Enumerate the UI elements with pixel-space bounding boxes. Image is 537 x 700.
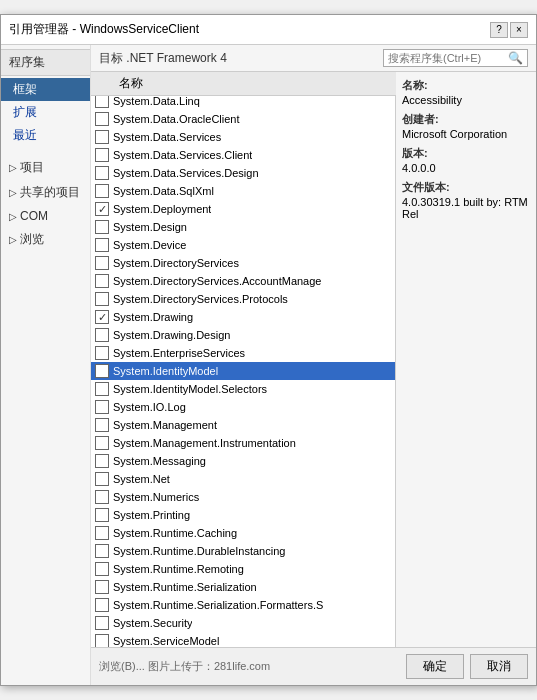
assembly-checkbox[interactable] — [95, 598, 109, 612]
assembly-list-item[interactable]: System.Runtime.Remoting — [91, 560, 395, 578]
assembly-checkbox[interactable] — [95, 562, 109, 576]
target-framework-label: 目标 .NET Framework 4 — [99, 50, 227, 67]
assembly-checkbox[interactable] — [95, 346, 109, 360]
assembly-list-item[interactable]: System.Management — [91, 416, 395, 434]
assembly-checkbox[interactable] — [95, 634, 109, 647]
sidebar-section-header: 程序集 — [1, 49, 90, 76]
assembly-list-item[interactable]: System.DirectoryServices.AccountManage — [91, 272, 395, 290]
assembly-list-item[interactable]: System.Management.Instrumentation — [91, 434, 395, 452]
assembly-checkbox[interactable] — [95, 508, 109, 522]
assembly-list-item[interactable]: System.Device — [91, 236, 395, 254]
assembly-list-item[interactable]: System.Messaging — [91, 452, 395, 470]
assembly-checkbox[interactable] — [95, 256, 109, 270]
assembly-name-label: System.Drawing.Design — [113, 329, 230, 341]
assembly-list-item[interactable]: System.Numerics — [91, 488, 395, 506]
assembly-checkbox[interactable] — [95, 220, 109, 234]
assembly-name-label: System.IdentityModel.Selectors — [113, 383, 267, 395]
cancel-button[interactable]: 取消 — [470, 654, 528, 679]
assembly-list-item[interactable]: System.Printing — [91, 506, 395, 524]
assembly-checkbox[interactable] — [95, 292, 109, 306]
assembly-list-item[interactable]: System.Runtime.DurableInstancing — [91, 542, 395, 560]
assembly-checkbox[interactable] — [95, 184, 109, 198]
assembly-list-item[interactable]: System.Data.Services.Design — [91, 164, 395, 182]
assembly-name-label: System.Design — [113, 221, 187, 233]
assembly-checkbox[interactable] — [95, 166, 109, 180]
assembly-list-item[interactable]: System.EnterpriseServices — [91, 344, 395, 362]
assembly-name-label: System.IdentityModel — [113, 365, 218, 377]
assembly-list-item[interactable]: System.Runtime.Serialization — [91, 578, 395, 596]
assembly-list-item[interactable]: System.Data.Linq — [91, 96, 395, 110]
assembly-list-item[interactable]: System.IdentityModel.Selectors — [91, 380, 395, 398]
assembly-name-label: System.Management.Instrumentation — [113, 437, 296, 449]
top-bar: 目标 .NET Framework 4 🔍 — [91, 45, 536, 72]
assembly-checkbox[interactable] — [95, 96, 109, 108]
assembly-checkbox[interactable] — [95, 436, 109, 450]
assembly-list-item[interactable]: System.Data.Services — [91, 128, 395, 146]
assembly-checkbox[interactable] — [95, 616, 109, 630]
assembly-name-label: System.EnterpriseServices — [113, 347, 245, 359]
assembly-checkbox[interactable] — [95, 418, 109, 432]
assembly-list-item[interactable]: System.IdentityModel — [91, 362, 395, 380]
sidebar-item-zuijin[interactable]: 最近 — [1, 124, 90, 147]
main-content: 程序集 框架 扩展 最近 ▷ 项目 ▷ 共享的项目 ▷ — [1, 45, 536, 685]
info-name-label: 名称: — [402, 78, 530, 93]
close-button[interactable]: × — [510, 22, 528, 38]
assembly-list-item[interactable]: System.Runtime.Serialization.Formatters.… — [91, 596, 395, 614]
assembly-list-item[interactable]: System.DirectoryServices.Protocols — [91, 290, 395, 308]
sidebar-item-xiangmu[interactable]: ▷ 项目 — [1, 155, 90, 180]
assembly-list-item[interactable]: System.Runtime.Caching — [91, 524, 395, 542]
assembly-list-item[interactable]: System.Security — [91, 614, 395, 632]
assembly-list-item[interactable]: System.Data.OracleClient — [91, 110, 395, 128]
assembly-list[interactable]: System.Configuration.InstallSystem.CoreS… — [91, 96, 396, 647]
sidebar-item-kuangjia[interactable]: 框架 — [1, 78, 90, 101]
assembly-list-item[interactable]: System.Data.SqlXml — [91, 182, 395, 200]
assembly-list-item[interactable]: System.Drawing.Design — [91, 326, 395, 344]
assembly-checkbox[interactable] — [95, 148, 109, 162]
assembly-name-label: System.Messaging — [113, 455, 206, 467]
help-button[interactable]: ? — [490, 22, 508, 38]
assembly-checkbox[interactable] — [95, 328, 109, 342]
search-input[interactable] — [388, 52, 508, 64]
assembly-checkbox[interactable] — [95, 382, 109, 396]
assembly-list-item[interactable]: System.Design — [91, 218, 395, 236]
assembly-checkbox[interactable] — [95, 202, 109, 216]
assembly-checkbox[interactable] — [95, 472, 109, 486]
assembly-name-label: System.Printing — [113, 509, 190, 521]
assembly-name-label: System.Runtime.DurableInstancing — [113, 545, 285, 557]
assembly-name-label: System.Numerics — [113, 491, 199, 503]
assembly-checkbox[interactable] — [95, 400, 109, 414]
assembly-list-item[interactable]: System.Deployment — [91, 200, 395, 218]
assembly-list-item[interactable]: System.IO.Log — [91, 398, 395, 416]
reference-manager-window: 引用管理器 - WindowsServiceClient ? × 程序集 框架 … — [0, 14, 537, 686]
assembly-list-item[interactable]: System.Drawing — [91, 308, 395, 326]
assembly-checkbox[interactable] — [95, 130, 109, 144]
assembly-checkbox[interactable] — [95, 310, 109, 324]
sidebar-item-liulan[interactable]: ▷ 浏览 — [1, 227, 90, 252]
button-bar: 浏览(B)... 图片上传于：281life.com 确定 取消 — [91, 647, 536, 685]
sidebar: 程序集 框架 扩展 最近 ▷ 项目 ▷ 共享的项目 ▷ — [1, 45, 91, 685]
sidebar-item-com[interactable]: ▷ COM — [1, 205, 90, 227]
search-icon[interactable]: 🔍 — [508, 51, 523, 65]
sidebar-item-gongxiang[interactable]: ▷ 共享的项目 — [1, 180, 90, 205]
ok-button[interactable]: 确定 — [406, 654, 464, 679]
info-creator-label: 创建者: — [402, 112, 530, 127]
info-file-version-label: 文件版本: — [402, 180, 530, 195]
assembly-list-item[interactable]: System.Net — [91, 470, 395, 488]
assembly-checkbox[interactable] — [95, 238, 109, 252]
assembly-name-label: System.Data.OracleClient — [113, 113, 240, 125]
assembly-checkbox[interactable] — [95, 274, 109, 288]
assembly-checkbox[interactable] — [95, 544, 109, 558]
assembly-name-label: System.Data.Linq — [113, 96, 200, 107]
assembly-checkbox[interactable] — [95, 526, 109, 540]
assembly-checkbox[interactable] — [95, 112, 109, 126]
sidebar-item-kuozhan[interactable]: 扩展 — [1, 101, 90, 124]
assembly-checkbox[interactable] — [95, 490, 109, 504]
assembly-checkbox[interactable] — [95, 364, 109, 378]
assembly-list-item[interactable]: System.DirectoryServices — [91, 254, 395, 272]
assembly-checkbox[interactable] — [95, 580, 109, 594]
arrow-icon: ▷ — [9, 211, 17, 222]
assembly-list-item[interactable]: System.Data.Services.Client — [91, 146, 395, 164]
assembly-checkbox[interactable] — [95, 454, 109, 468]
assembly-name-label: System.Data.SqlXml — [113, 185, 214, 197]
assembly-list-item[interactable]: System.ServiceModel — [91, 632, 395, 647]
